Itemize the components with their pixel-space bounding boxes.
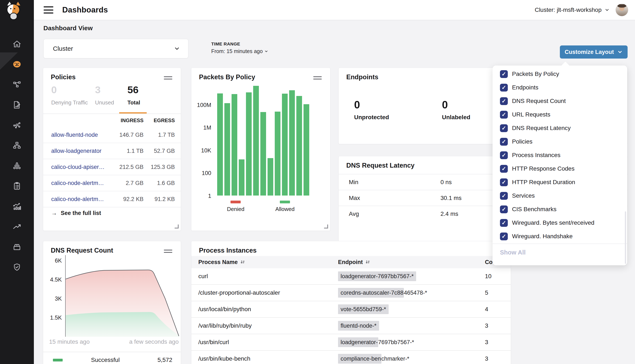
resize-handle[interactable] [175,224,179,228]
x-label-end: a few seconds ago [129,338,179,345]
layout-option[interactable]: ✓ HTTP Request Duration [493,176,627,189]
hamburger-menu-icon[interactable] [44,6,53,14]
y-tick-label: 1.5K [43,314,62,321]
legend-label: Successful [91,356,120,363]
layout-option[interactable]: ✓ URL Requests [493,108,627,121]
layout-option[interactable]: ✓ Wireguard. Handshake [493,230,627,243]
dashboard-view-select-value: Cluster [53,45,73,52]
sidebar-item-home[interactable] [0,34,34,54]
sidebar-item-service-graph[interactable] [0,74,34,95]
sidebar-item-policies[interactable] [0,95,34,115]
layout-option-label: Packets By Policy [512,70,559,77]
checkbox-checked-icon[interactable]: ✓ [500,84,508,92]
y-tick-label: 6K [43,258,62,264]
layout-option-label: Process Instances [512,152,560,158]
customize-layout-button[interactable]: Customize Layout [560,46,627,58]
checkbox-checked-icon[interactable]: ✓ [500,151,508,159]
checkbox-checked-icon[interactable]: ✓ [500,138,508,146]
checkbox-checked-icon[interactable]: ✓ [500,219,508,227]
drag-handle-icon[interactable] [164,76,172,81]
sidebar [0,0,34,364]
see-full-list-link[interactable]: → See the full list [51,210,101,216]
sort-process-name[interactable]: Process Name [198,259,338,266]
layout-option[interactable]: ✓ Endpoints [493,81,627,94]
view-heading: Dashboard View [43,24,93,32]
sidebar-item-compliance[interactable] [0,176,34,196]
process-name: /usr/bin/kube-bench [198,355,338,362]
y-tick-label: 10K [191,147,211,154]
sidebar-item-trends[interactable] [0,216,34,237]
layout-option[interactable]: ✓ HTTP Response Codes [493,162,627,176]
card-title: Endpoints [346,73,378,81]
customize-layout-dropdown: ✓ Packets By Policy ✓ Endpoints ✓ DNS Re… [493,66,627,265]
policy-row: allow-fluentd-node 146.7 GB 1.7 TB [43,127,181,143]
package-box-icon [13,242,21,251]
bar-chart-line-icon [13,202,21,211]
packets-bar [275,112,281,196]
policy-name-link[interactable]: allow-fluentd-node [51,132,106,138]
sidebar-item-workloads[interactable] [0,156,34,176]
checkbox-checked-icon[interactable]: ✓ [500,124,508,132]
resize-handle[interactable] [324,224,328,228]
dns-x-axis: 15 minutes ago a few seconds ago [49,338,179,345]
sidebar-item-dashboards-active[interactable] [0,54,34,74]
checkbox-checked-icon[interactable]: ✓ [500,192,508,200]
legend-allowed: Allowed [275,200,295,212]
calico-cat-logo-icon[interactable] [5,2,21,18]
y-tick-label: 1 [191,193,211,199]
process-instances-card: Process Instances Process Name Endpoint … [191,241,511,364]
packets-bar [239,160,245,196]
show-all-link[interactable]: Show All [500,246,526,259]
layout-option[interactable]: ✓ DNS Request Latency [493,121,627,135]
policy-row: calico-cloud-apiserver-… 212.5 GB 125.3 … [43,159,181,175]
layout-option[interactable]: ✓ Policies [493,135,627,148]
checkbox-checked-icon[interactable]: ✓ [500,232,508,240]
layout-option[interactable]: ✓ Wireguard. Bytes sent/received [493,216,627,230]
layout-option[interactable]: ✓ Process Instances [493,148,627,162]
sort-endpoint[interactable]: Endpoint [338,259,485,266]
time-range-label: TIME RANGE [211,42,268,46]
layout-option[interactable]: ✓ Services [493,189,627,202]
stat-denying-traffic[interactable]: 0 Denying Traffic [51,85,88,106]
stat-unused[interactable]: 3 Unused [95,85,114,106]
process-name: /var/lib/ruby/bin/ruby [198,322,338,329]
sidebar-item-network-sets[interactable] [0,115,34,135]
checkbox-checked-icon[interactable]: ✓ [500,165,508,173]
layout-option-label: Wireguard. Bytes sent/received [512,220,594,226]
checkbox-checked-icon[interactable]: ✓ [500,70,508,78]
policy-name-link[interactable]: calico-node-alertmana… [51,180,106,186]
sidebar-item-nodes[interactable] [0,135,34,156]
packets-bar [232,94,237,196]
layout-option[interactable]: ✓ CIS Benchmarks [493,202,627,216]
user-avatar[interactable] [615,4,628,16]
drag-handle-icon[interactable] [164,250,172,254]
dashboard-view-select[interactable]: Cluster [43,39,188,58]
stat-total[interactable]: 56 Total [127,85,140,106]
policy-name-link[interactable]: calico-cloud-apiserver-… [51,164,106,170]
process-name: /usr/local/bin/python [198,306,338,313]
cluster-selector[interactable]: Cluster: jlt-msft-workshop [535,6,610,13]
legend-denied: Denied [227,200,244,212]
chevron-down-icon [174,46,180,52]
checkbox-checked-icon[interactable]: ✓ [500,111,508,118]
process-row: curl loadgenerator-7697bb7567-* 10 [191,268,511,285]
policy-name-link[interactable]: calico-node-alertmana… [51,196,106,202]
time-range-value[interactable]: From: 15 minutes ago [211,48,268,54]
checkbox-checked-icon[interactable]: ✓ [500,178,508,186]
layout-option[interactable]: ✓ Packets By Policy [493,67,627,81]
sidebar-item-reports[interactable] [0,196,34,216]
layout-option-label: DNS Request Count [512,98,566,104]
cluster-selector-label: Cluster: jlt-msft-workshop [535,6,601,13]
layout-option[interactable]: ✓ DNS Request Count [493,94,627,108]
drag-handle-icon[interactable] [313,76,322,81]
dropdown-scrollbar[interactable] [625,212,626,264]
layout-option-label: HTTP Response Codes [512,165,574,172]
checkbox-checked-icon[interactable]: ✓ [500,97,508,105]
sidebar-item-security[interactable] [0,257,34,277]
sidebar-item-packages[interactable] [0,237,34,257]
y-tick-label: 3K [43,296,62,302]
policy-name-link[interactable]: allow-loadgenerator [51,148,106,154]
checkbox-checked-icon[interactable]: ✓ [500,206,508,213]
packets-by-policy-card: Packets By Policy 100M1M10K1001 Denied A… [191,68,330,231]
endpoint-highlight: vote-5655bd759-* [338,304,389,314]
